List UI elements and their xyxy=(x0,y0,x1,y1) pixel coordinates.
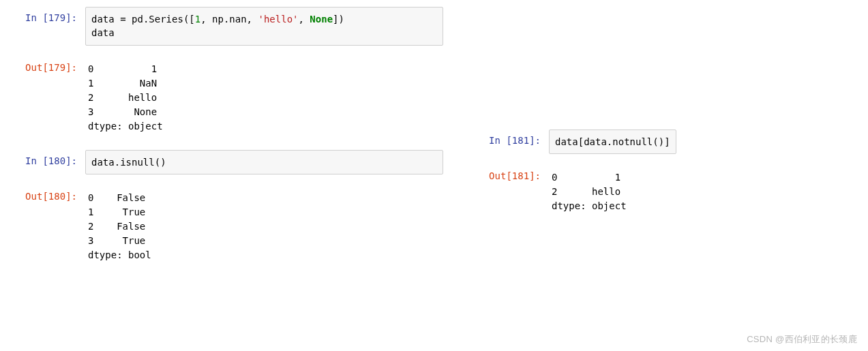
out-prompt-label: Out xyxy=(25,191,42,202)
in-prompt-180: In [180]: xyxy=(7,150,85,166)
code-text: , np.nan, xyxy=(200,14,258,25)
code-number: 1 xyxy=(195,14,200,25)
code-keyword: None xyxy=(310,14,333,25)
out-prompt-number: 179 xyxy=(48,62,65,73)
input-cell-180: In [180]: data.isnull() xyxy=(7,150,443,174)
in-prompt-label: In xyxy=(25,12,42,23)
code-text: ]) xyxy=(333,14,344,25)
in-prompt-number: 181 xyxy=(512,135,529,146)
code-text: data xyxy=(91,14,120,25)
code-input-180[interactable]: data.isnull() xyxy=(85,150,443,174)
out-prompt-label: Out xyxy=(25,62,42,73)
input-cell-181: In [181]: data[data.notnull()] xyxy=(470,129,676,154)
in-prompt-label: In xyxy=(25,155,42,166)
code-text: pd.Series([ xyxy=(126,14,195,25)
right-column: In [181]: data[data.notnull()] Out[181]:… xyxy=(443,7,676,230)
in-prompt-181: In [181]: xyxy=(470,129,549,146)
code-string: 'hello' xyxy=(258,14,298,25)
out-prompt-181: Out[181]: xyxy=(470,166,549,181)
code-input-181[interactable]: data[data.notnull()] xyxy=(549,129,676,154)
left-column: In [179]: data = pd.Series([1, np.nan, '… xyxy=(7,7,443,279)
in-prompt-number: 180 xyxy=(48,155,65,166)
watermark: CSDN @西伯利亚的长颈鹿 xyxy=(747,333,857,346)
in-prompt-label: In xyxy=(489,135,506,146)
out-prompt-number: 181 xyxy=(512,170,529,181)
code-text: , xyxy=(299,14,310,25)
input-cell-179: In [179]: data = pd.Series([1, np.nan, '… xyxy=(7,7,443,46)
output-cell-180: Out[180]: 0 False 1 True 2 False 3 True … xyxy=(7,187,443,266)
out-prompt-number: 180 xyxy=(48,191,65,202)
in-prompt-number: 179 xyxy=(48,12,65,23)
output-cell-181: Out[181]: 0 1 2 hello dtype: object xyxy=(470,166,676,217)
out-prompt-180: Out[180]: xyxy=(7,187,85,202)
output-text-180: 0 False 1 True 2 False 3 True dtype: boo… xyxy=(85,187,443,266)
output-text-179: 0 1 1 NaN 2 hello 3 None dtype: object xyxy=(85,58,443,138)
code-input-179[interactable]: data = pd.Series([1, np.nan, 'hello', No… xyxy=(85,7,443,46)
output-text-181: 0 1 2 hello dtype: object xyxy=(549,166,676,217)
output-cell-179: Out[179]: 0 1 1 NaN 2 hello 3 None dtype… xyxy=(7,58,443,138)
in-prompt-179: In [179]: xyxy=(7,7,85,23)
out-prompt-label: Out xyxy=(489,170,506,181)
out-prompt-179: Out[179]: xyxy=(7,58,85,73)
code-op: = xyxy=(120,14,125,25)
code-text: data xyxy=(91,27,115,38)
